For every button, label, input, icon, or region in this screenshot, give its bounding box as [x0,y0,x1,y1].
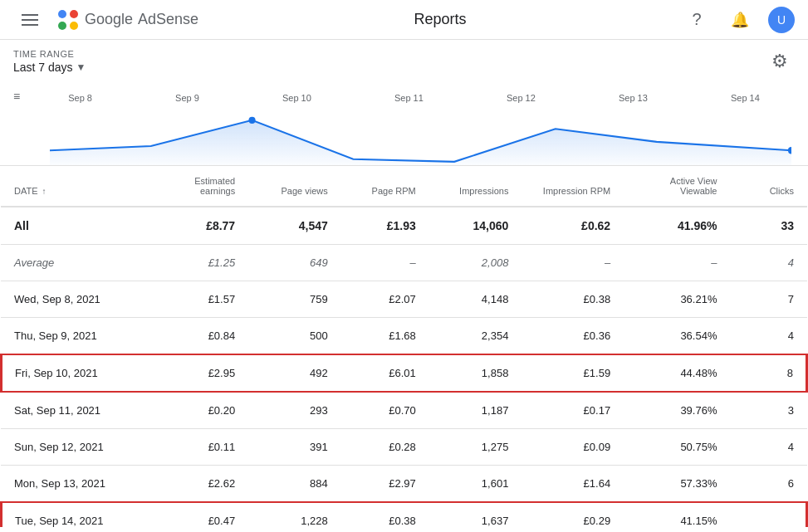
product-name: AdSense [138,11,198,28]
table-row[interactable]: Mon, Sep 13, 2021£2.62884£2.971,601£1.64… [1,466,807,503]
cell-impressions: 1,637 [423,502,516,527]
time-range-label: Time range [13,49,86,59]
header-left: Google AdSense [13,3,198,37]
cell-est_earnings: £0.20 [135,392,242,429]
cell-est_earnings: £1.25 [135,245,242,281]
cell-page_views: 1,228 [242,502,335,527]
table-row[interactable]: Sat, Sep 11, 2021£0.20293£0.701,187£0.17… [1,392,807,429]
gear-icon: ⚙ [771,51,788,72]
cell-active_view: – [617,245,723,281]
cell-date: Mon, Sep 13, 2021 [1,466,135,503]
col-date-label: DATE [14,186,38,196]
cell-impression_rpm: £0.62 [515,207,617,245]
col-header-clicks[interactable]: Clicks [723,166,807,207]
avatar[interactable]: U [768,7,795,33]
table-row[interactable]: All£8.774,547£1.9314,060£0.6241.96%33 [1,207,807,245]
chevron-down-icon: ▼ [76,61,86,73]
cell-impression_rpm: £1.59 [515,354,617,392]
cell-est_earnings: £8.77 [135,207,242,245]
cell-impression_rpm: £0.36 [515,318,617,355]
col-header-date[interactable]: DATE ↑ [1,166,135,207]
col-header-impressions[interactable]: Impressions [423,166,516,207]
cell-clicks: 3 [723,392,807,429]
cell-clicks: 4 [723,318,807,355]
col-header-impression-rpm[interactable]: Impression RPM [515,166,617,207]
cell-impression_rpm: – [515,245,617,281]
chart-date-sep11: Sep 11 [394,93,424,103]
col-est-earnings-label: Estimatedearnings [194,176,235,196]
cell-est_earnings: £0.47 [135,502,242,527]
notifications-button[interactable]: 🔔 [725,5,755,35]
svg-point-1 [70,10,78,18]
cell-impression_rpm: £0.38 [515,281,617,318]
cell-page_views: 649 [242,245,335,281]
cell-clicks: 33 [723,207,807,245]
table-row[interactable]: Fri, Sep 10, 2021£2.95492£6.011,858£1.59… [1,354,807,392]
table-row[interactable]: Sun, Sep 12, 2021£0.11391£0.281,275£0.09… [1,429,807,466]
col-header-active-view[interactable]: Active ViewViewable [617,166,723,207]
cell-impressions: 4,148 [423,281,516,318]
col-clicks-label: Clicks [770,186,794,196]
table-row[interactable]: Wed, Sep 8, 2021£1.57759£2.074,148£0.383… [1,281,807,318]
logo-text: Google [85,11,133,28]
chart-date-sep13: Sep 13 [619,93,648,103]
cell-date: Tue, Sep 14, 2021 [1,502,135,527]
table-body: All£8.774,547£1.9314,060£0.6241.96%33Ave… [1,207,807,527]
cell-date: Sun, Sep 12, 2021 [1,429,135,466]
cell-page_rpm: £0.38 [335,502,423,527]
table-row[interactable]: Thu, Sep 9, 2021£0.84500£1.682,354£0.363… [1,318,807,355]
cell-page_rpm: £0.28 [335,429,423,466]
bell-icon: 🔔 [731,11,749,29]
col-header-page-rpm[interactable]: Page RPM [335,166,423,207]
page-title: Reports [198,11,682,28]
cell-active_view: 44.48% [617,354,723,392]
sort-asc-icon: ↑ [42,187,47,196]
svg-point-4 [248,117,255,124]
cell-page_rpm: £6.01 [335,354,423,392]
col-page-rpm-label: Page RPM [372,186,416,196]
cell-page_rpm: £2.07 [335,281,423,318]
table-row[interactable]: Tue, Sep 14, 2021£0.471,228£0.381,637£0.… [1,502,807,527]
hamburger-menu-button[interactable] [13,3,47,37]
cell-est_earnings: £1.57 [135,281,242,318]
help-button[interactable]: ? [682,5,712,35]
cell-date: Thu, Sep 9, 2021 [1,318,135,355]
avatar-initial: U [777,13,786,27]
chart-svg-container [50,103,791,165]
table-container[interactable]: DATE ↑ Estimatedearnings Page views Page… [0,166,808,527]
cell-page_views: 884 [242,466,335,503]
data-table: DATE ↑ Estimatedearnings Page views Page… [0,166,808,527]
header-icons: ? 🔔 U [682,5,795,35]
cell-est_earnings: £0.11 [135,429,242,466]
cell-date: Fri, Sep 10, 2021 [1,354,135,392]
col-impressions-label: Impressions [459,186,508,196]
time-range-value-text: Last 7 days [13,61,73,74]
google-logo-icon [56,8,80,32]
col-header-est-earnings[interactable]: Estimatedearnings [135,166,242,207]
chart-svg [50,103,791,165]
cell-page_views: 391 [242,429,335,466]
cell-page_views: 759 [242,281,335,318]
cell-page_views: 492 [242,354,335,392]
cell-page_views: 293 [242,392,335,429]
cell-page_rpm: £0.70 [335,392,423,429]
table-header-row: DATE ↑ Estimatedearnings Page views Page… [1,166,807,207]
table-row[interactable]: Average£1.25649–2,008––4 [1,245,807,281]
settings-button[interactable]: ⚙ [765,46,795,76]
cell-page_rpm: £2.97 [335,466,423,503]
cell-date: Wed, Sep 8, 2021 [1,281,135,318]
chart-date-sep10: Sep 10 [282,93,311,103]
logo-container: Google AdSense [56,8,198,32]
chart-filter-icon[interactable]: ≡ [7,86,27,106]
hamburger-icon [22,14,38,26]
cell-impressions: 1,187 [423,392,516,429]
time-range-selector[interactable]: Last 7 days ▼ [13,61,86,74]
col-active-view-label: Active ViewViewable [670,176,717,196]
cell-impressions: 1,858 [423,354,516,392]
cell-est_earnings: £0.84 [135,318,242,355]
cell-clicks: 8 [723,354,807,392]
cell-clicks [723,502,807,527]
col-impression-rpm-label: Impression RPM [543,186,610,196]
cell-est_earnings: £2.95 [135,354,242,392]
col-header-page-views[interactable]: Page views [242,166,335,207]
